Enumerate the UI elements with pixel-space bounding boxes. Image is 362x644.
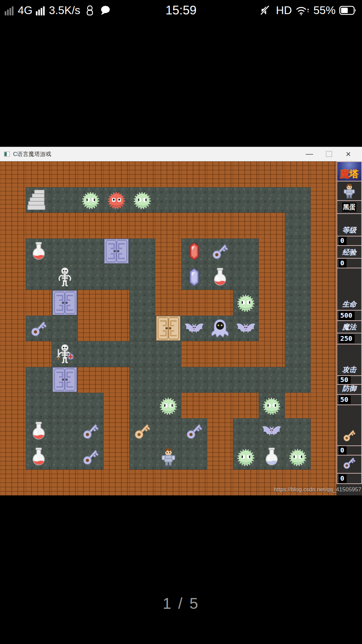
- brick-wall-tile: [181, 341, 207, 367]
- blue-key-icon: [80, 420, 102, 442]
- brick-wall-tile: [129, 161, 155, 187]
- stat-label: 生命: [337, 268, 362, 311]
- chat-bubble-icon: [99, 4, 111, 16]
- green-slime-tile: [233, 290, 259, 316]
- brick-wall-tile: [0, 264, 26, 290]
- brick-wall-tile: [52, 213, 77, 238]
- yellow-key-icon: [131, 420, 153, 442]
- brick-wall-tile: [26, 161, 52, 187]
- brick-wall-tile: [207, 393, 233, 419]
- red-potion-tile: [26, 418, 52, 444]
- stone-floor-tile: [129, 238, 155, 264]
- window-title: C语言魔塔游戏: [13, 150, 51, 158]
- game-window: C语言魔塔游戏 — × 魔塔黑蛋等级0经验0生命500魔法250攻击50防御50…: [0, 147, 362, 495]
- brick-wall-tile: [0, 316, 26, 341]
- brick-wall-tile: [181, 213, 207, 238]
- stone-floor-tile: [78, 393, 104, 419]
- stone-floor-tile: [285, 316, 311, 341]
- minimize-button[interactable]: —: [300, 147, 319, 161]
- status-bar: 4G3.5K/s 15:59 HD55%: [0, 0, 362, 21]
- brick-wall-tile: [78, 470, 104, 495]
- brick-wall-tile: [259, 264, 285, 290]
- hero-tile: [155, 444, 181, 470]
- stone-floor-tile: [129, 367, 155, 393]
- brick-wall-tile: [26, 341, 52, 367]
- brick-wall-tile: [155, 213, 181, 238]
- brick-wall-tile: [26, 290, 52, 316]
- stone-floor-tile: [285, 264, 311, 290]
- stat-value: 0: [337, 445, 362, 455]
- brick-wall-tile: [233, 341, 259, 367]
- blue-key-tile: [26, 316, 52, 341]
- stone-floor-tile: [233, 187, 259, 213]
- stone-floor-tile: [285, 367, 311, 393]
- brick-wall-tile: [233, 393, 259, 419]
- blue-key-tile: [181, 418, 207, 444]
- red-gem-tile: [181, 238, 207, 264]
- stone-floor-tile: [285, 418, 311, 444]
- brick-wall-tile: [311, 187, 337, 213]
- brick-wall-tile: [78, 161, 104, 187]
- brick-wall-tile: [233, 213, 259, 238]
- close-button[interactable]: ×: [339, 147, 358, 161]
- brick-wall-tile: [259, 161, 285, 187]
- brick-wall-tile: [155, 264, 181, 290]
- green-slime-icon: [287, 446, 309, 468]
- logo-char: 魔: [340, 169, 349, 179]
- brick-wall-tile: [78, 213, 104, 238]
- brick-wall-tile: [207, 161, 233, 187]
- ghost-tile: [207, 316, 233, 341]
- brick-wall-tile: [155, 470, 181, 495]
- status-right: HD55%: [260, 0, 362, 21]
- brick-wall-tile: [0, 418, 26, 444]
- brick-wall-tile: [311, 341, 337, 367]
- brick-wall-tile: [104, 470, 129, 495]
- brick-wall-tile: [285, 393, 311, 419]
- stone-floor-tile: [78, 264, 104, 290]
- brick-wall-tile: [311, 290, 337, 316]
- brick-wall-tile: [155, 161, 181, 187]
- stone-floor-tile: [285, 187, 311, 213]
- green-slime-icon: [80, 189, 102, 211]
- mute-icon: [260, 4, 272, 16]
- stone-floor-tile: [285, 290, 311, 316]
- green-slime-tile: [259, 393, 285, 419]
- stone-floor-tile: [52, 238, 77, 264]
- maximize-button[interactable]: [319, 147, 339, 161]
- blue-door-tile: [52, 367, 77, 393]
- stone-floor-tile: [181, 367, 207, 393]
- brick-wall-tile: [155, 290, 181, 316]
- green-slime-tile: [129, 187, 155, 213]
- window-titlebar[interactable]: C语言魔塔游戏 — ×: [0, 147, 362, 161]
- red-potion-icon: [209, 266, 231, 288]
- stone-floor-tile: [285, 238, 311, 264]
- stone-floor-tile: [26, 264, 52, 290]
- brick-wall-tile: [0, 161, 26, 187]
- status-text: 55%: [313, 0, 336, 21]
- wifi-icon: [296, 4, 310, 16]
- brick-wall-tile: [104, 418, 129, 444]
- brick-wall-tile: [0, 290, 26, 316]
- brick-wall-tile: [0, 213, 26, 238]
- status-time: 15:59: [166, 3, 197, 17]
- yellow-door-tile: [155, 316, 181, 341]
- brick-wall-tile: [104, 367, 129, 393]
- brick-wall-tile: [207, 418, 233, 444]
- green-slime-icon: [235, 292, 257, 313]
- brick-wall-tile: [207, 470, 233, 495]
- brick-wall-tile: [78, 290, 104, 316]
- game-map: [0, 161, 337, 495]
- brick-wall-tile: [207, 444, 233, 470]
- brick-wall-tile: [207, 341, 233, 367]
- stone-floor-tile: [285, 341, 311, 367]
- status-text: 4G: [18, 0, 33, 21]
- stat-value-text: 50: [339, 376, 351, 384]
- window-controls: — ×: [300, 147, 362, 161]
- stone-floor-tile: [78, 238, 104, 264]
- stat-label: 经验: [337, 245, 362, 259]
- brick-wall-tile: [311, 418, 337, 444]
- brick-wall-tile: [311, 264, 337, 290]
- red-potion-icon: [28, 240, 50, 262]
- red-potion-tile: [26, 444, 52, 470]
- stone-floor-tile: [259, 367, 285, 393]
